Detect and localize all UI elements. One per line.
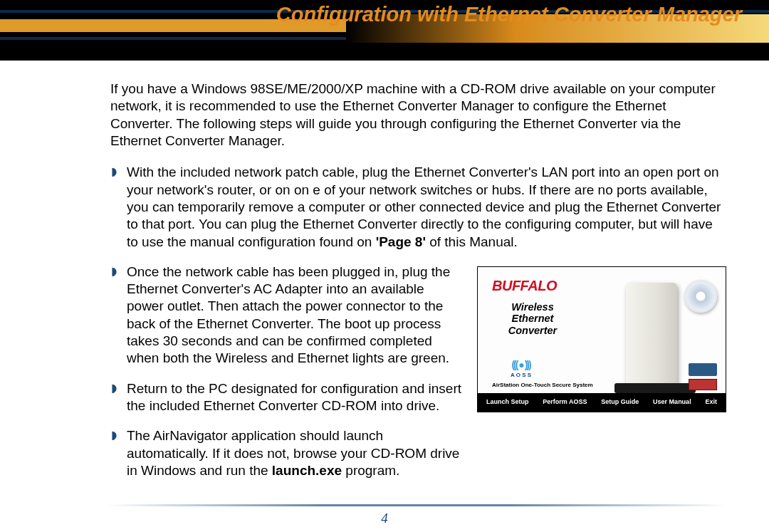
aoss-icon: ((( ● ))) A O S S <box>511 359 531 379</box>
badge-icon-1 <box>689 363 717 376</box>
cd-disc-icon <box>684 280 717 313</box>
page-ref: 'Page 8' <box>376 234 426 249</box>
page-number: 4 <box>0 511 769 526</box>
content-area: If you have a Windows 98SE/ME/2000/XP ma… <box>0 61 769 499</box>
step-item-3: Return to the PC designated for configur… <box>114 380 726 415</box>
aoss-label: A O S S <box>511 372 531 378</box>
buffalo-logo: BUFFALO <box>492 277 557 296</box>
step-text-post: program. <box>342 463 399 478</box>
step-text: Once the network cable has been plugged … <box>127 264 450 366</box>
cd-title: Wireless Ethernet Converter <box>493 301 572 337</box>
wave-icon: ((( ● ))) <box>511 359 531 372</box>
footer-rule <box>107 504 726 506</box>
header-band: Configuration with Ethernet Converter Ma… <box>0 0 769 61</box>
step-list: With the included network patch cable, p… <box>114 164 726 479</box>
cd-title-l2: Ethernet <box>512 313 554 324</box>
step-item-2: BUFFALO Wireless Ethernet Converter ((( … <box>114 264 726 367</box>
step-item-1: With the included network patch cable, p… <box>114 164 726 251</box>
exe-name: launch.exe <box>272 463 342 478</box>
step-item-4: The AirNavigator application should laun… <box>114 427 726 479</box>
cd-title-l1: Wireless <box>511 301 554 313</box>
intro-paragraph: If you have a Windows 98SE/ME/2000/XP ma… <box>110 80 726 150</box>
page-title: Configuration with Ethernet Converter Ma… <box>276 3 742 26</box>
cd-title-l3: Converter <box>508 325 558 336</box>
device-illustration <box>626 283 677 388</box>
step-text: Return to the PC designated for configur… <box>127 381 461 413</box>
step-text-post: of this Manual. <box>426 234 518 249</box>
